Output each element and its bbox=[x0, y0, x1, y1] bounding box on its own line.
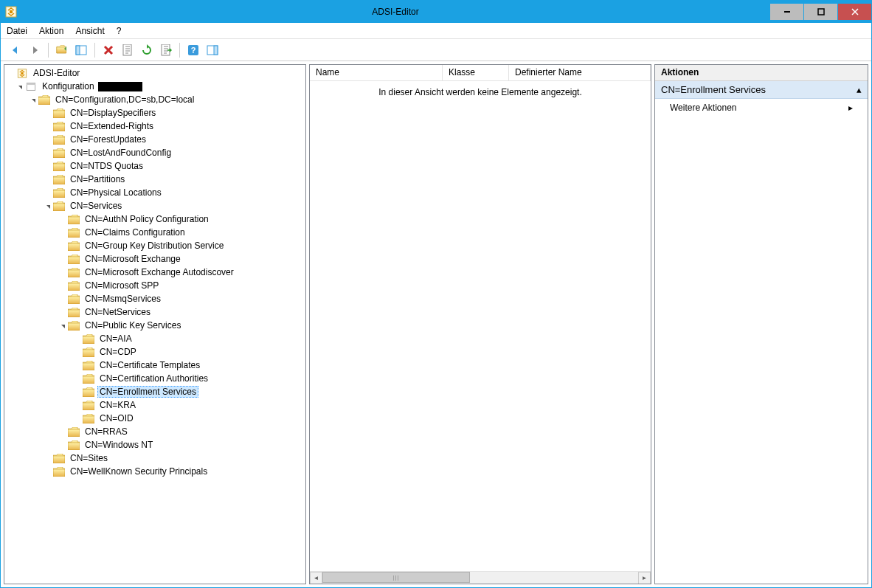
tree-item-label: CN=KRA bbox=[97, 400, 138, 410]
toolbar-separator bbox=[48, 43, 49, 58]
tree-item-rras[interactable]: CN=RRAS bbox=[4, 425, 305, 438]
maximize-button[interactable] bbox=[804, 4, 837, 20]
tree-item-forest-updates[interactable]: CN=ForestUpdates bbox=[4, 133, 305, 146]
actions-section-label: CN=Enrollment Services bbox=[661, 84, 766, 95]
tree-item-public-key-services[interactable]: CN=Public Key Services bbox=[4, 319, 305, 332]
tree-item-cert-templates[interactable]: CN=Certificate Templates bbox=[4, 359, 305, 372]
svg-rect-10 bbox=[214, 46, 218, 55]
empty-message: In dieser Ansicht werden keine Elemente … bbox=[378, 87, 582, 97]
horizontal-scrollbar[interactable]: ◄ ||| ► bbox=[310, 571, 651, 584]
toggle-icon[interactable] bbox=[15, 82, 24, 91]
folder-icon bbox=[68, 281, 80, 291]
export-list-button[interactable] bbox=[157, 41, 175, 59]
folder-icon bbox=[68, 241, 80, 251]
tree-item-enrollment-services[interactable]: CN=Enrollment Services bbox=[4, 385, 305, 398]
tree-item-partitions[interactable]: CN=Partitions bbox=[4, 173, 305, 186]
tree-item-group-key-dist[interactable]: CN=Group Key Distribution Service bbox=[4, 239, 305, 252]
toggle-icon[interactable] bbox=[28, 95, 37, 104]
tree-item-lost-and-found[interactable]: CN=LostAndFoundConfig bbox=[4, 146, 305, 159]
titlebar[interactable]: ADSI-Editor bbox=[1, 1, 871, 23]
folder-icon bbox=[53, 108, 65, 118]
tree-item-services[interactable]: CN=Services bbox=[4, 199, 305, 212]
tree-item-msmq[interactable]: CN=MsmqServices bbox=[4, 292, 305, 305]
svg-rect-12 bbox=[27, 83, 35, 84]
tree-item-label: CN=Certification Authorities bbox=[97, 373, 210, 384]
column-dn[interactable]: Definierter Name bbox=[509, 65, 651, 80]
tree-config-label: Konfiguration bbox=[40, 81, 97, 91]
scroll-thumb[interactable]: ||| bbox=[322, 572, 470, 583]
svg-rect-4 bbox=[818, 9, 824, 15]
show-hide-tree-button[interactable] bbox=[72, 41, 90, 59]
tree-item-oid[interactable]: CN=OID bbox=[4, 412, 305, 425]
scroll-right-button[interactable]: ► bbox=[638, 572, 651, 584]
menu-file[interactable]: Datei bbox=[7, 26, 27, 36]
tree-item-label: CN=ForestUpdates bbox=[68, 134, 148, 145]
actions-section-title[interactable]: CN=Enrollment Services ▴ bbox=[655, 81, 868, 99]
folder-icon bbox=[53, 175, 65, 184]
folder-icon bbox=[68, 268, 80, 277]
list-header: Name Klasse Definierter Name bbox=[310, 65, 651, 81]
close-button[interactable] bbox=[838, 4, 871, 20]
tree-item-extended-rights[interactable]: CN=Extended-Rights bbox=[4, 120, 305, 133]
tree-item-ms-exchange-autodiscover[interactable]: CN=Microsoft Exchange Autodiscover bbox=[4, 266, 305, 279]
tree-item-windows-nt[interactable]: CN=Windows NT bbox=[4, 438, 305, 452]
tree-item-net-services[interactable]: CN=NetServices bbox=[4, 305, 305, 319]
nav-forward-button[interactable] bbox=[26, 41, 44, 59]
actions-pane: Aktionen CN=Enrollment Services ▴ Weiter… bbox=[654, 64, 868, 584]
folder-icon bbox=[68, 308, 80, 317]
folder-icon bbox=[68, 321, 80, 331]
refresh-button[interactable] bbox=[138, 41, 156, 59]
tree-item-kra[interactable]: CN=KRA bbox=[4, 398, 305, 412]
folder-icon bbox=[53, 148, 65, 158]
actions-more[interactable]: Weitere Aktionen ▸ bbox=[655, 99, 868, 117]
tree: ADSI-Editor Konfiguration CN=Configurati… bbox=[4, 65, 305, 480]
tree-item-cdp[interactable]: CN=CDP bbox=[4, 345, 305, 359]
column-class[interactable]: Klasse bbox=[443, 65, 509, 80]
toggle-icon[interactable] bbox=[43, 201, 52, 210]
help-button[interactable]: ? bbox=[184, 41, 202, 59]
column-name[interactable]: Name bbox=[310, 65, 443, 80]
tree-item-ntds-quotas[interactable]: CN=NTDS Quotas bbox=[4, 159, 305, 173]
tree-configuration-root[interactable]: Konfiguration bbox=[4, 80, 305, 93]
folder-icon bbox=[68, 215, 80, 224]
show-hide-actions-button[interactable] bbox=[204, 41, 221, 59]
tree-item-label: CN=Services bbox=[68, 201, 124, 211]
tree-item-ms-spp[interactable]: CN=Microsoft SPP bbox=[4, 279, 305, 292]
scroll-track[interactable]: ||| bbox=[322, 572, 638, 584]
menu-view[interactable]: Ansicht bbox=[75, 26, 104, 36]
tree-item-authn-policy[interactable]: CN=AuthN Policy Configuration bbox=[4, 212, 305, 226]
menu-help[interactable]: ? bbox=[117, 26, 122, 36]
tree-item-sites[interactable]: CN=Sites bbox=[4, 452, 305, 465]
tree-item-label: CN=Sites bbox=[68, 453, 110, 463]
folder-icon bbox=[83, 387, 94, 397]
nav-back-button[interactable] bbox=[7, 41, 24, 59]
tree-configuration[interactable]: CN=Configuration,DC=sb,DC=local bbox=[4, 93, 305, 106]
tree-item-label: CN=OID bbox=[97, 413, 136, 423]
tree-item-claims-config[interactable]: CN=Claims Configuration bbox=[4, 226, 305, 239]
tree-item-cert-authorities[interactable]: CN=Certification Authorities bbox=[4, 372, 305, 385]
tree-item-ms-exchange[interactable]: CN=Microsoft Exchange bbox=[4, 252, 305, 266]
menu-action[interactable]: Aktion bbox=[39, 26, 63, 36]
minimize-button[interactable] bbox=[770, 4, 803, 20]
delete-button[interactable] bbox=[100, 41, 117, 59]
up-button[interactable] bbox=[53, 41, 71, 59]
tree-item-wellknown[interactable]: CN=WellKnown Security Principals bbox=[4, 465, 305, 478]
tree-item-label: CN=Extended-Rights bbox=[68, 121, 156, 131]
folder-icon bbox=[53, 135, 65, 145]
properties-button[interactable] bbox=[119, 41, 136, 59]
folder-icon bbox=[83, 414, 94, 423]
tree-item-label: CN=WellKnown Security Principals bbox=[68, 466, 210, 477]
toggle-icon[interactable] bbox=[58, 321, 66, 330]
actions-more-label: Weitere Aktionen bbox=[670, 103, 737, 113]
collapse-icon[interactable]: ▴ bbox=[857, 84, 862, 95]
tree-item-display-specifiers[interactable]: CN=DisplaySpecifiers bbox=[4, 106, 305, 120]
list-body[interactable]: In dieser Ansicht werden keine Elemente … bbox=[310, 81, 651, 571]
tree-item-label: CN=MsmqServices bbox=[83, 294, 163, 304]
tree-root[interactable]: ADSI-Editor bbox=[4, 66, 305, 80]
scroll-left-button[interactable]: ◄ bbox=[310, 572, 322, 584]
window: ADSI-Editor Datei Aktion Ansicht ? ? bbox=[0, 0, 872, 588]
tree-item-physical-locations[interactable]: CN=Physical Locations bbox=[4, 186, 305, 199]
tree-item-aia[interactable]: CN=AIA bbox=[4, 332, 305, 345]
tree-pane[interactable]: ADSI-Editor Konfiguration CN=Configurati… bbox=[4, 64, 306, 584]
tree-item-label: CN=Microsoft SPP bbox=[83, 280, 161, 291]
